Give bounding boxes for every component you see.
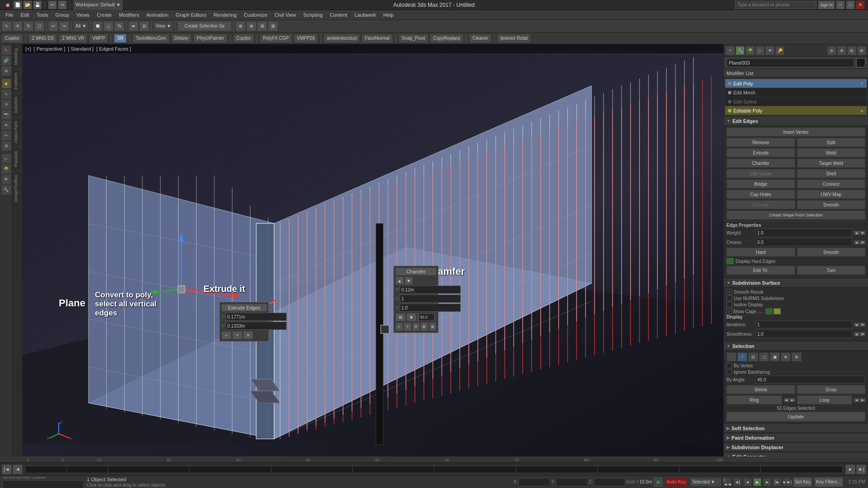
vp-display-mode[interactable]: [ Edged Faces ] (96, 46, 131, 52)
extrude-cancel[interactable]: ✕ (243, 331, 253, 339)
chamfer-angle-input[interactable] (419, 314, 434, 321)
snap-btn[interactable]: 🔲 (93, 21, 103, 31)
close-btn[interactable]: ✕ (856, 1, 864, 9)
viewport[interactable]: [+] [ Perspective ] [ Standard ] [ Edged… (23, 44, 723, 456)
menu-animation[interactable]: Animation (143, 11, 172, 19)
vp-nav-icon[interactable]: [+] (25, 46, 31, 52)
all-dropdown[interactable]: All▼ (73, 21, 89, 31)
maximize-btn[interactable]: □ (846, 1, 854, 9)
shapes-btn[interactable]: ∿ (1, 89, 11, 99)
chamfer-icon2[interactable]: ■ (406, 313, 416, 321)
x-coord[interactable] (519, 478, 550, 486)
isoline-cb[interactable] (726, 302, 732, 307)
sel-vertex-btn[interactable]: · (726, 352, 736, 361)
extrude-btn[interactable]: Extrude (726, 148, 795, 157)
show-cage-cb[interactable]: ✓ (726, 309, 732, 314)
edit-edges-header[interactable]: ▼ Edit Edges (724, 117, 868, 126)
ss-smooth-down[interactable]: ▼ (860, 332, 865, 336)
spacewarps-btn[interactable]: 〜 (1, 131, 11, 141)
rp-extra2[interactable]: ⊗ (837, 46, 846, 55)
sign-in-btn[interactable]: Sign In (818, 1, 835, 9)
ss-iter-down[interactable]: ▼ (860, 323, 865, 327)
menu-graph-editors[interactable]: Graph Editors (172, 11, 210, 19)
chamfer-down[interactable]: ▼ (405, 277, 413, 285)
z-coord[interactable] (594, 478, 625, 486)
weight-input[interactable] (755, 229, 852, 237)
plugin-toolsmenu[interactable]: ToolsMenuGen (132, 34, 169, 43)
chamfer-icon3[interactable]: ⊕ (420, 323, 428, 331)
tb-extra3[interactable]: ⊞ (257, 21, 267, 31)
rp-extra3[interactable]: ⊞ (847, 46, 856, 55)
menu-help[interactable]: Help (380, 11, 397, 19)
edit-spline-btn[interactable]: Edit Spline (726, 169, 795, 178)
insert-vertex-btn[interactable]: Insert Vertex (726, 127, 865, 136)
angle-snap-btn[interactable]: △ (104, 21, 113, 31)
menu-create[interactable]: Create (93, 11, 115, 19)
mod-edit-mesh[interactable]: Edit Mesh (725, 88, 867, 97)
sel-extra2[interactable]: ⊗ (792, 352, 802, 361)
percent-snap-btn[interactable]: % (114, 21, 124, 31)
object-name-input[interactable] (726, 58, 854, 67)
timeline-step-back[interactable]: ◄ (13, 465, 23, 474)
ss-iter-input[interactable] (755, 320, 852, 328)
chamfer-value2[interactable] (400, 295, 461, 303)
menu-content[interactable]: Content (326, 11, 351, 19)
menu-views[interactable]: Views (73, 11, 93, 19)
menu-group[interactable]: Group (52, 11, 73, 19)
tb-extra1[interactable]: ⊕ (236, 21, 245, 31)
ss-header[interactable]: ▼ Subdivision Surface (724, 278, 868, 287)
menu-customize[interactable]: Customize (240, 11, 271, 19)
chamfer-add[interactable]: + (404, 323, 411, 331)
timeline-jump-end[interactable]: ►| (856, 465, 866, 474)
object-color-swatch[interactable] (856, 58, 865, 67)
redo-scene-btn[interactable]: ↪ (59, 21, 69, 31)
hard-btn[interactable]: Hard (726, 248, 795, 257)
side-selection[interactable]: Selection (13, 93, 22, 117)
tb-extra2[interactable]: ⊗ (246, 21, 256, 31)
rotate-btn[interactable]: ↻ (24, 21, 33, 31)
menu-file[interactable]: File (2, 11, 17, 19)
new-btn[interactable]: 📄 (14, 1, 22, 9)
mini-listener-input[interactable] (3, 480, 84, 488)
rp-extra4[interactable]: ⊠ (857, 46, 866, 55)
ss-smooth-input[interactable] (755, 330, 852, 338)
sub-disp-header[interactable]: ▶ Subdivision Displacer (724, 443, 868, 452)
ring-prev[interactable]: ◄ (784, 398, 789, 402)
select-btn[interactable]: ↖ (2, 21, 12, 31)
plugin-physxpainter[interactable]: PhysXPainter (193, 34, 227, 43)
play-btn[interactable]: ▶ (753, 478, 761, 486)
autokey-btn[interactable]: Auto Key (665, 477, 688, 487)
rp-motion-btn[interactable]: ▷ (755, 46, 764, 55)
loop-btn[interactable]: Loop (797, 395, 853, 404)
vp-shading[interactable]: [ Standard ] (68, 46, 94, 52)
mod-editable-poly[interactable]: Editable Poly ▶ (725, 106, 867, 115)
vp-perspective[interactable]: [ Perspective ] (34, 46, 66, 52)
rp-modify-btn[interactable]: 🔧 (736, 46, 745, 55)
soft-sel-header[interactable]: ▶ Soft Selection (724, 424, 868, 433)
weight-down[interactable]: ▼ (860, 231, 865, 235)
menu-modifiers[interactable]: Modifiers (115, 11, 143, 19)
split-btn[interactable]: Split (797, 138, 866, 147)
smooth-edge-btn[interactable]: Smooth (797, 248, 866, 257)
sel-extra1[interactable]: ⊕ (781, 352, 791, 361)
select-object-btn[interactable]: ↖ (1, 45, 11, 55)
shrink-btn[interactable]: Shrink (726, 385, 795, 394)
helpers-btn[interactable]: ✛ (1, 120, 11, 130)
side-design-toolbox[interactable]: DesignToolBox (13, 171, 22, 206)
side-modeling[interactable]: Modeling (13, 44, 22, 69)
smooth-result-cb[interactable]: ✓ (726, 289, 732, 295)
side-object-paint[interactable]: Object Paint (13, 117, 22, 147)
grow-btn[interactable]: Grow (797, 385, 866, 394)
ignore-backface-cb[interactable] (726, 369, 732, 375)
play-start[interactable]: |◄◄ (723, 478, 731, 486)
loop-prev[interactable]: ◄ (854, 398, 859, 402)
plugin-facenormal[interactable]: FaceNormal (362, 34, 392, 43)
plugin-polyfx[interactable]: PolyFX CGP (260, 34, 292, 43)
chamfer-value3[interactable] (400, 304, 461, 312)
search-box[interactable]: Type a keyword or phrase (735, 1, 816, 9)
display-btn[interactable]: 👁 (1, 174, 11, 184)
plugin-vmpp[interactable]: VMPP (89, 34, 108, 43)
by-vertex-cb[interactable] (726, 363, 732, 368)
motion-btn[interactable]: ▷ (1, 154, 11, 164)
plugin-zmng-vr[interactable]: Z MNG VR (59, 34, 87, 43)
